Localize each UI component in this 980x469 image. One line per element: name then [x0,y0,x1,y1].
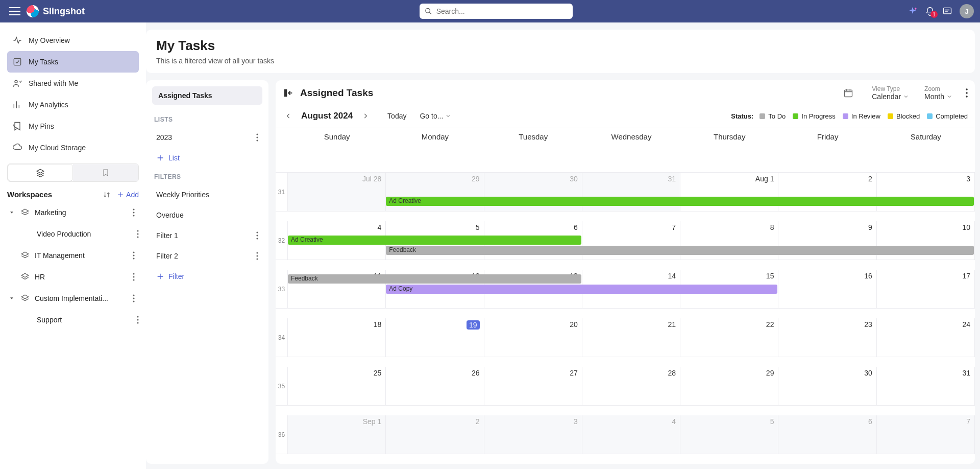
legend-item: Blocked [888,112,920,120]
calendar-day-cell[interactable]: 22 [680,318,778,357]
calendar-day-cell[interactable]: Jul 28 [288,173,386,212]
calendar-day-cell[interactable]: 29 [680,367,778,406]
nav-item-shared-with-me[interactable]: Shared with Me [7,73,139,94]
chevron-left-icon [285,112,292,120]
workspace-more-button[interactable] [131,206,137,219]
filter-more-button[interactable] [256,231,258,240]
day-number: 23 [864,320,872,329]
workspace-item[interactable]: IT Management [7,245,139,266]
calendar-day-cell[interactable]: 16 [778,270,876,309]
svg-point-10 [133,251,134,253]
calendar-event[interactable]: Ad Copy [386,285,777,294]
calendar-day-cell[interactable]: 20 [484,318,582,357]
calendar-day-cell[interactable]: 4 [582,415,680,454]
next-month-button[interactable] [360,110,371,122]
day-number: 2 [868,175,872,183]
calendar-type-icon [843,88,853,98]
zoom-selector[interactable]: Zoom Month [924,85,952,101]
calendar-day-cell[interactable]: 25 [288,367,386,406]
calendar-day-cell[interactable]: 31 [877,367,975,406]
day-number: 16 [864,272,872,280]
nav-item-my-analytics[interactable]: My Analytics [7,94,139,115]
add-filter-button[interactable]: Filter [152,266,262,287]
calendar-day-cell[interactable]: 2 [386,415,484,454]
kebab-icon [966,88,968,98]
calendar-event[interactable]: Feedback [288,274,581,284]
today-button[interactable]: Today [387,112,406,120]
filter-more-button[interactable] [256,252,258,260]
layers-icon [20,208,31,217]
tab-workspaces[interactable] [8,164,73,181]
user-avatar[interactable]: J [960,4,974,18]
workspace-item[interactable]: HR [7,266,139,288]
add-list-button[interactable]: List [152,148,262,168]
workspace-more-button[interactable] [131,249,137,262]
notifications-button[interactable]: 1 [925,6,935,16]
calendar-day-cell[interactable]: 7 [877,415,975,454]
calendar-day-cell[interactable]: 28 [582,367,680,406]
search-input[interactable] [436,7,568,15]
caret-down-icon [9,210,14,215]
calendar-day-cell[interactable]: Sep 1 [288,415,386,454]
calendar-more-button[interactable] [966,88,968,98]
workspace-subitem[interactable]: Video Production [7,223,139,245]
calendar-day-cell[interactable]: 23 [778,318,876,357]
svg-point-26 [256,235,258,236]
global-search[interactable] [420,4,573,19]
filter-item[interactable]: Overdue [152,205,262,225]
calendar-day-cell[interactable]: 30 [778,367,876,406]
layers-icon [20,294,31,303]
filter-item[interactable]: Filter 2 [152,246,262,266]
calendar-title: Assigned Tasks [300,87,373,99]
list-item[interactable]: 2023 [152,127,262,148]
ai-sparkle-icon[interactable] [908,6,918,16]
hamburger-button[interactable] [6,3,23,20]
nav-item-my-overview[interactable]: My Overview [7,30,139,51]
filter-item[interactable]: Weekly Priorities [152,184,262,205]
nav-item-my-tasks[interactable]: My Tasks [7,51,139,73]
calendar-event[interactable]: Ad Creative [288,236,581,245]
calendar-event[interactable]: Ad Creative [386,197,974,206]
calendar-day-cell[interactable]: 6 [778,415,876,454]
nav-item-my-pins[interactable]: My Pins [7,115,139,137]
calendar-event[interactable]: Feedback [386,246,974,255]
lists-label: LISTS [154,116,260,123]
calendar-day-cell[interactable]: 18 [288,318,386,357]
calendar-day-cell[interactable]: 24 [877,318,975,357]
svg-rect-31 [284,89,287,97]
nav-icon [12,100,22,110]
nav-item-my-cloud-storage[interactable]: My Cloud Storage [7,137,139,158]
goto-button[interactable]: Go to... [420,112,451,120]
add-workspace-button[interactable]: Add [117,191,139,199]
calendar-day-cell[interactable]: 19 [386,318,484,357]
prev-month-button[interactable] [283,110,294,122]
assigned-tasks-section[interactable]: Assigned Tasks [152,86,262,105]
workspaces-heading: Workspaces [7,190,52,199]
tab-bookmarks[interactable] [73,164,138,181]
calendar-day-cell[interactable]: 17 [877,270,975,309]
calendar-day-cell[interactable]: 27 [484,367,582,406]
workspace-more-button[interactable] [131,271,137,283]
workspace-more-button[interactable] [137,316,139,324]
legend-swatch [760,113,765,119]
filter-item[interactable]: Filter 1 [152,225,262,246]
calendar-day-cell[interactable]: 5 [680,415,778,454]
day-number: 19 [467,320,480,330]
legend-swatch [888,113,893,119]
sort-button[interactable] [103,191,111,199]
calendar-day-cell[interactable]: 26 [386,367,484,406]
view-type-selector[interactable]: View Type Calendar [872,85,909,101]
workspace-more-button[interactable] [131,292,137,304]
calendar-day-cell[interactable]: 3 [484,415,582,454]
workspace-subitem[interactable]: Support [7,309,139,331]
app-logo[interactable]: Slingshot [27,5,85,17]
calendar-day-cell[interactable]: 21 [582,318,680,357]
workspace-more-button[interactable] [137,230,139,238]
workspace-item[interactable]: Custom Implementati... [7,288,139,309]
day-number: 8 [770,223,774,231]
collapse-sidepanel-button[interactable] [283,87,294,99]
chat-button[interactable] [942,6,952,16]
workspace-item[interactable]: Marketing [7,202,139,223]
list-more-button[interactable] [256,133,258,142]
svg-point-23 [256,136,258,138]
